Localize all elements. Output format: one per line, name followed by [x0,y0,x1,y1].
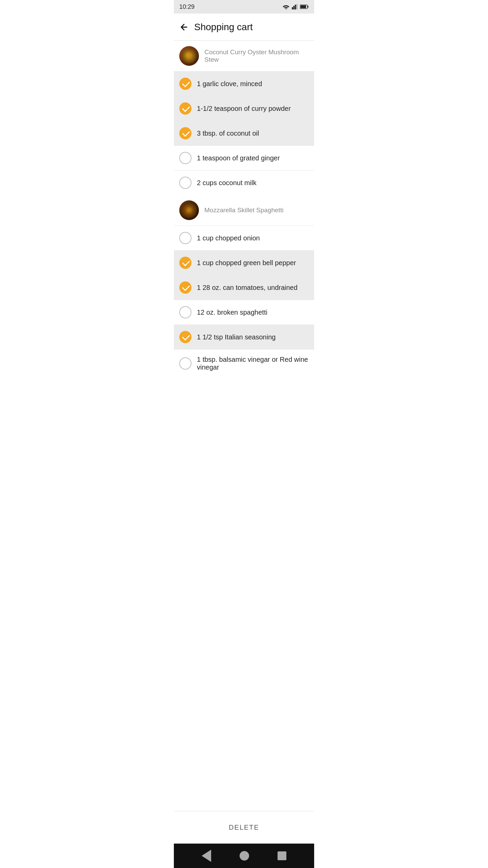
svg-rect-2 [295,5,296,9]
ingredient-row-p3[interactable]: 1 28 oz. can tomatoes, undrained [174,275,314,300]
signal-icon [292,4,298,9]
recipe-header-pasta: Mozzarella Skillet Spaghetti [174,195,314,225]
ingredient-text-c5: 2 cups coconut milk [197,179,257,187]
checkbox-p2[interactable] [179,257,191,269]
checkbox-p5[interactable] [179,331,191,343]
shopping-list: Coconut Curry Oyster Mushroom Stew1 garl… [174,41,314,811]
back-button[interactable] [179,22,189,32]
checkbox-c1[interactable] [179,78,191,90]
ingredient-row-p5[interactable]: 1 1/2 tsp Italian seasoning [174,324,314,349]
page-title: Shopping cart [194,22,253,33]
delete-button[interactable]: DELETE [179,821,309,834]
back-arrow-icon [179,22,189,32]
ingredient-row-p6[interactable]: 1 tbsp. balsamic vinegar or Red wine vin… [174,349,314,377]
checkbox-p3[interactable] [179,281,191,294]
svg-rect-3 [296,4,298,9]
status-time: 10:29 [179,3,195,11]
nav-bar [174,844,314,868]
ingredient-row-c4[interactable]: 1 teaspoon of grated ginger [174,145,314,170]
status-bar: 10:29 [174,0,314,14]
checkbox-p1[interactable] [179,232,191,244]
checkbox-c3[interactable] [179,127,191,139]
recents-nav-button[interactable] [275,849,289,863]
ingredient-text-c1: 1 garlic clove, minced [197,80,262,88]
svg-rect-5 [300,5,306,8]
recents-nav-icon [278,851,286,860]
ingredient-text-p4: 12 oz. broken spaghetti [197,309,267,316]
ingredient-row-c1[interactable]: 1 garlic clove, minced [174,71,314,96]
recipe-image-curry [179,46,199,66]
ingredient-row-p2[interactable]: 1 cup chopped green bell pepper [174,250,314,275]
recipe-name-curry: Coconut Curry Oyster Mushroom Stew [204,48,309,63]
ingredient-text-p5: 1 1/2 tsp Italian seasoning [197,333,276,341]
battery-icon [300,4,309,9]
ingredient-text-p2: 1 cup chopped green bell pepper [197,259,296,267]
status-icons [282,4,309,9]
checkbox-p4[interactable] [179,306,191,318]
checkbox-p6[interactable] [179,357,191,370]
home-nav-icon [240,851,249,861]
header: Shopping cart [174,14,314,41]
svg-rect-0 [292,7,293,9]
wifi-icon [282,4,290,9]
recipe-image-pasta [179,200,199,220]
ingredient-text-c4: 1 teaspoon of grated ginger [197,154,280,162]
checkbox-c5[interactable] [179,177,191,189]
ingredient-row-p4[interactable]: 12 oz. broken spaghetti [174,300,314,324]
recipe-header-curry: Coconut Curry Oyster Mushroom Stew [174,41,314,71]
ingredient-row-c5[interactable]: 2 cups coconut milk [174,170,314,195]
checkbox-c2[interactable] [179,102,191,115]
ingredient-row-c2[interactable]: 1-1/2 teaspoon of curry powder [174,96,314,121]
ingredient-text-p1: 1 cup chopped onion [197,234,260,242]
back-nav-icon [202,850,211,862]
ingredient-text-c2: 1-1/2 teaspoon of curry powder [197,105,291,113]
home-nav-button[interactable] [237,848,252,863]
ingredient-text-p6: 1 tbsp. balsamic vinegar or Red wine vin… [197,356,309,371]
ingredient-row-p1[interactable]: 1 cup chopped onion [174,225,314,250]
back-nav-button[interactable] [199,847,214,865]
ingredient-text-p3: 1 28 oz. can tomatoes, undrained [197,284,298,292]
ingredient-row-c3[interactable]: 3 tbsp. of coconut oil [174,121,314,145]
recipe-name-pasta: Mozzarella Skillet Spaghetti [204,206,283,214]
svg-rect-6 [307,6,308,8]
svg-rect-1 [293,6,295,9]
delete-bar: DELETE [174,811,314,844]
checkbox-c4[interactable] [179,152,191,164]
ingredient-text-c3: 3 tbsp. of coconut oil [197,130,259,137]
